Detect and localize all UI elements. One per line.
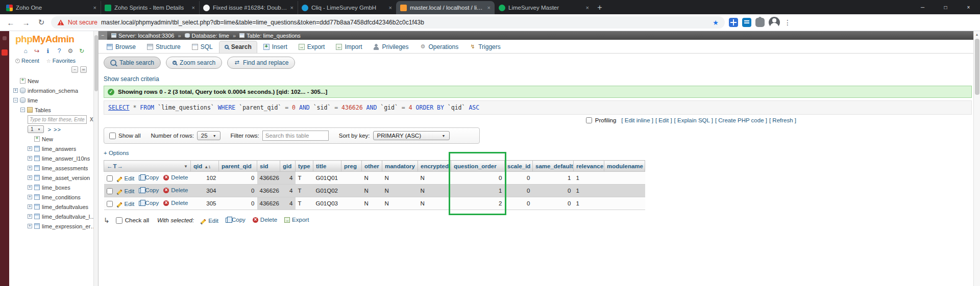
tab-export[interactable]: Export (293, 41, 330, 53)
show-search-criteria-link[interactable]: Show search criteria (104, 75, 159, 83)
column-header-encrypted[interactable]: encrypted (418, 161, 451, 172)
check-all-toggle[interactable]: Check all (116, 217, 149, 224)
sort-by-key-select[interactable]: PRIMARY (ASC) ▼ (373, 131, 450, 140)
tab-close-icon[interactable]: × (192, 5, 195, 11)
sidebar-scrollbar-thumb[interactable] (94, 35, 98, 91)
copy-row-link[interactable]: Copy (139, 200, 159, 206)
refresh-icon[interactable]: ↻ (78, 47, 85, 55)
settings-icon[interactable]: ⚙ (67, 47, 74, 55)
column-header-preg[interactable]: preg (341, 161, 362, 172)
column-header-modulename[interactable]: modulename (604, 161, 645, 172)
tab-close-icon[interactable]: × (93, 5, 96, 11)
extension-icon-2[interactable] (742, 18, 751, 27)
expand-plus-icon[interactable]: + (28, 214, 32, 219)
minimize-button[interactable]: ─ (911, 0, 934, 14)
delete-row-link[interactable]: Delete (163, 187, 188, 193)
column-sort-link[interactable]: qid (193, 163, 202, 169)
column-header-title[interactable]: title (313, 161, 341, 172)
browser-menu-icon[interactable]: ⋮ (784, 18, 791, 27)
query-link--refresh-[interactable]: [ Refresh ] (769, 117, 796, 123)
expand-plus-icon[interactable]: + (28, 175, 32, 180)
tree-item-tables[interactable]: −Tables (13, 105, 97, 115)
subtab-table-search[interactable]: Table search (104, 57, 161, 69)
expand-plus-icon[interactable]: + (28, 166, 32, 170)
row-checkbox[interactable] (107, 188, 113, 194)
breadcrumb-table[interactable]: Table: lime_questions (239, 33, 301, 39)
collapse-all-button[interactable]: − (71, 66, 78, 73)
subtab-zoom-search[interactable]: Zoom search (166, 57, 222, 69)
column-header-parent_qid[interactable]: parent_qid (219, 161, 257, 172)
column-sort-link[interactable]: preg (344, 163, 357, 169)
page-scrollbar-thumb[interactable] (975, 39, 979, 95)
tab-close-icon[interactable]: × (389, 5, 392, 11)
expand-plus-icon[interactable]: + (28, 224, 32, 228)
actions-column-header[interactable]: ←T→ ▼ (104, 161, 191, 172)
breadcrumb-database[interactable]: Database: lime (185, 33, 229, 39)
bookmark-star-icon[interactable]: ★ (713, 19, 719, 27)
pma-logo[interactable]: phpMyAdmin (9, 31, 98, 46)
tab-privileges[interactable]: Privileges (368, 41, 413, 53)
maximize-button[interactable]: □ (934, 0, 957, 14)
query-link--create-php-code-[interactable]: [ Create PHP code ] (715, 117, 767, 123)
dock-item-icon[interactable] (3, 36, 7, 40)
column-sort-link[interactable]: scale_id (507, 163, 530, 169)
tree-item-lime-answers[interactable]: +lime_answers (13, 144, 97, 153)
column-sort-link[interactable]: mandatory (385, 163, 415, 169)
new-tab-button[interactable]: + (593, 1, 606, 14)
scroll-up-arrow[interactable]: ▲ (974, 31, 980, 38)
forward-button[interactable]: → (20, 18, 32, 27)
tab-insert[interactable]: Insert (258, 41, 292, 53)
column-header-gid[interactable]: gid (280, 161, 296, 172)
filter-rows-input[interactable] (262, 131, 329, 141)
collapse-minus-icon[interactable]: − (13, 98, 18, 102)
recent-menu[interactable]: Recent (15, 58, 39, 64)
profile-avatar[interactable] (769, 17, 780, 28)
tree-page-next-links[interactable]: > >> (48, 126, 61, 133)
column-sort-link[interactable]: relevance (576, 163, 603, 169)
browser-tab-sprints[interactable]: Zoho Sprints - Item Details× (101, 1, 199, 14)
nav-collapse-toggle[interactable]: − (99, 31, 107, 40)
delete-selected-link[interactable]: Delete (253, 217, 277, 223)
column-sort-link[interactable]: modulename (607, 163, 643, 169)
browser-tab-cliq[interactable]: Cliq - LimeSurvey GmbH× (298, 1, 396, 14)
tab-sql[interactable]: SQL (187, 41, 218, 53)
row-checkbox[interactable] (107, 175, 113, 181)
column-header-other[interactable]: other (362, 161, 382, 172)
tab-search[interactable]: Search (219, 41, 257, 53)
tab-import[interactable]: Import (331, 41, 367, 53)
tab-close-icon[interactable]: × (290, 5, 293, 11)
column-sort-link[interactable]: gid (283, 163, 291, 169)
column-sort-link[interactable]: sid (260, 163, 268, 169)
expand-plus-icon[interactable]: + (28, 156, 32, 161)
row-checkbox[interactable] (107, 201, 113, 207)
unlink-panel-button[interactable]: ∞ (80, 66, 87, 73)
options-toggle-link[interactable]: + Options (104, 150, 129, 156)
browser-tab-limesurvey[interactable]: LimeSurvey Master× (495, 1, 593, 14)
column-header-qid[interactable]: qid▲1 (191, 161, 219, 172)
expand-plus-icon[interactable]: + (28, 195, 32, 199)
number-of-rows-select[interactable]: 25 ▼ (197, 131, 220, 140)
tab-operations[interactable]: Operations (415, 41, 464, 53)
back-button[interactable]: ← (5, 18, 16, 27)
subtab-find-and-replace[interactable]: Find and replace (227, 57, 295, 69)
column-sort-link[interactable]: parent_qid (222, 163, 252, 169)
tree-filter-input[interactable] (28, 115, 87, 124)
tab-close-icon[interactable]: × (487, 5, 491, 11)
column-header-same_default[interactable]: same_default (533, 161, 574, 172)
delete-row-link[interactable]: Delete (163, 200, 188, 206)
tree-item-new[interactable]: New (13, 134, 97, 144)
tree-page-select[interactable]: 1 ▼ (28, 125, 44, 133)
column-header-relevance[interactable]: relevance (574, 161, 604, 172)
tree-item-lime-asset-version[interactable]: +lime_asset_version (13, 173, 97, 183)
column-sort-link[interactable]: same_default (535, 163, 573, 169)
tree-item-lime-defaultvalues[interactable]: +lime_defaultvalues (13, 202, 97, 212)
expand-plus-icon[interactable]: + (28, 204, 32, 209)
copy-row-link[interactable]: Copy (139, 174, 159, 180)
tab-structure[interactable]: Structure (142, 41, 186, 53)
column-sort-link[interactable]: other (364, 163, 379, 169)
column-sort-link[interactable]: title (316, 163, 326, 169)
show-all-checkbox[interactable] (109, 133, 116, 139)
info-icon[interactable]: ℹ (44, 47, 52, 55)
column-header-type[interactable]: type (296, 161, 313, 172)
check-all-checkbox[interactable] (116, 217, 122, 224)
